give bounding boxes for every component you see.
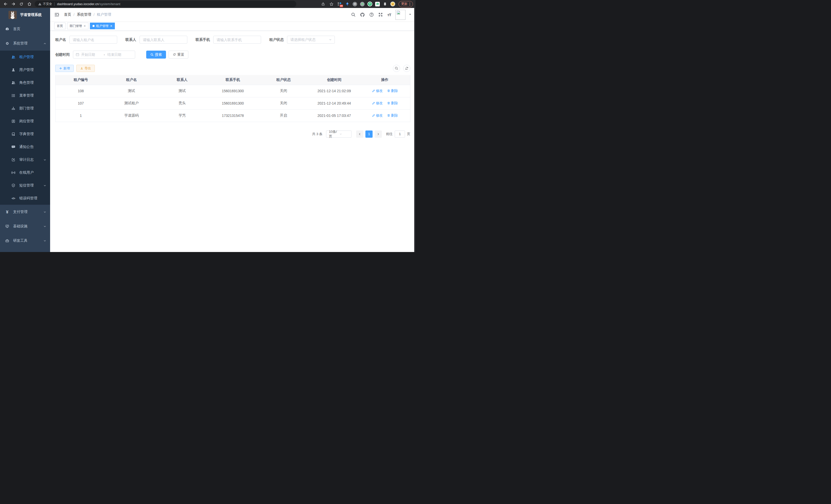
edit-link[interactable]: 修改 (372, 113, 383, 118)
sidebar-item-audit[interactable]: 审计日志 (0, 153, 50, 166)
sidebar-item-label: 支付管理 (13, 210, 28, 214)
next-page-button[interactable] (375, 130, 382, 138)
status-select[interactable]: 请选择租户状态 (287, 36, 335, 44)
sidebar-item-online[interactable]: 在线用户 (0, 166, 50, 179)
table-row: 108测试测试15601691300关闭2021-12-14 21:02:09修… (56, 85, 410, 97)
edit-link[interactable]: 修改 (372, 89, 383, 93)
sidebar-item-errcode[interactable]: </>错误码管理 (0, 192, 50, 205)
security-warning-icon[interactable] (38, 2, 41, 6)
sidebar-item-post[interactable]: 岗位管理 (0, 115, 50, 128)
tools-icon (5, 239, 9, 243)
dept-icon (11, 106, 16, 111)
kebab-menu-icon (409, 2, 410, 6)
filter-input[interactable] (213, 36, 261, 44)
cell-status: 关闭 (258, 97, 309, 110)
browser-update-button[interactable]: 更新 (399, 1, 413, 7)
extension-chat-icon[interactable] (375, 2, 380, 6)
sidebar-item-system[interactable]: 系统管理 (0, 36, 50, 51)
sidebar-item-dict[interactable]: 字典管理 (0, 128, 50, 141)
help-icon[interactable] (369, 12, 374, 17)
github-icon[interactable] (360, 12, 365, 17)
user-avatar[interactable] (396, 10, 405, 20)
font-size-icon[interactable]: ᴛT (387, 12, 391, 17)
goto-label: 前往 (386, 132, 393, 137)
end-date-placeholder: 结束日期 (107, 52, 127, 57)
sidebar-item-home[interactable]: 首页 (0, 22, 50, 36)
breadcrumb-item[interactable]: 首页 (64, 12, 71, 17)
sidebar-item-user[interactable]: 用户管理 (0, 63, 50, 76)
delete-link[interactable]: 删除 (387, 113, 398, 118)
close-icon[interactable]: ✕ (110, 24, 112, 28)
toolbar-row: 新增 导出 (55, 65, 410, 72)
sidebar-item-infra[interactable]: 基础设施 (0, 219, 50, 234)
extension-green-dot-icon[interactable] (360, 2, 365, 6)
edit-icon (372, 114, 375, 117)
chevron-down-icon (43, 210, 47, 214)
notice-icon (11, 145, 16, 149)
prev-page-button[interactable] (356, 130, 363, 138)
tag-首页[interactable]: 首页 (54, 23, 65, 29)
security-label[interactable]: 不安全 (43, 2, 52, 6)
filter-field: 租户名 (55, 36, 117, 44)
sidebar-item-sms[interactable]: 短信管理 (0, 179, 50, 192)
extensions-puzzle-icon[interactable] (382, 2, 388, 6)
filter-input[interactable] (140, 36, 187, 44)
extension-kite-icon[interactable] (345, 2, 350, 6)
show-search-toggle-icon[interactable] (393, 65, 400, 72)
extension-y-icon[interactable]: Y (368, 2, 372, 6)
page-size-select[interactable]: 10条/页 (326, 130, 351, 138)
reload-icon[interactable] (19, 1, 24, 7)
sidebar-item-role[interactable]: 角色管理 (0, 76, 50, 89)
edit-link[interactable]: 修改 (372, 101, 383, 106)
filter-input[interactable] (69, 36, 117, 44)
tenant-icon (11, 55, 16, 59)
share-icon[interactable] (320, 1, 326, 7)
home-icon[interactable] (26, 1, 32, 7)
sidebar-item-notice[interactable]: 通知公告 (0, 141, 50, 153)
address-bar[interactable]: 不安全 dashboard.yudao.iocoder.cn/system/te… (35, 1, 296, 7)
filter-label: 联系手机 (196, 37, 210, 42)
column-header: 联系人 (157, 75, 207, 85)
browser-toolbar: 不安全 dashboard.yudao.iocoder.cn/system/te… (0, 0, 416, 8)
page-number-button[interactable]: 1 (365, 130, 373, 138)
url-text[interactable]: dashboard.yudao.iocoder.cn/system/tenant (57, 2, 120, 6)
sms-icon (11, 183, 16, 187)
cell-name: 芋道源码 (106, 110, 157, 122)
sidebar-item-pay[interactable]: ¥支付管理 (0, 205, 50, 219)
reset-button[interactable]: 重置 (169, 51, 188, 59)
cell-status: 开启 (258, 110, 309, 122)
back-icon[interactable] (3, 1, 8, 7)
sidebar-fold-icon[interactable] (54, 12, 60, 18)
sidebar-item-label: 系统管理 (13, 41, 28, 46)
forward-icon[interactable] (10, 1, 16, 7)
sidebar-logo[interactable]: 芋道管理系统 (0, 8, 50, 22)
refresh-table-icon[interactable] (403, 65, 410, 72)
breadcrumb-item[interactable]: 系统管理 (77, 12, 91, 17)
sidebar-item-menu[interactable]: 菜单管理 (0, 89, 50, 102)
delete-link[interactable]: 删除 (387, 101, 398, 106)
tag-租户管理[interactable]: 租户管理✕ (90, 23, 115, 29)
goto-page-input[interactable] (395, 130, 405, 138)
header-search-icon[interactable] (351, 12, 355, 17)
online-icon (11, 171, 16, 175)
extension-tabs-icon[interactable]: 10 (337, 2, 342, 6)
sidebar-item-tools[interactable]: 研发工具 (0, 234, 50, 248)
tag-部门管理[interactable]: 部门管理✕ (67, 23, 88, 29)
close-icon[interactable]: ✕ (84, 24, 86, 28)
sidebar-item-label: 首页 (13, 27, 20, 31)
export-button[interactable]: 导出 (76, 65, 95, 72)
extension-command-icon[interactable]: ⌘ (352, 2, 357, 6)
add-button[interactable]: 新增 (55, 65, 74, 72)
sidebar-item-tenant[interactable]: 租户管理 (0, 51, 50, 63)
profile-avatar-icon[interactable] (390, 2, 395, 6)
search-button[interactable]: 搜索 (146, 51, 166, 59)
user-icon (11, 68, 16, 72)
cell-contact: 芋艿 (157, 110, 207, 122)
sidebar-item-dept[interactable]: 部门管理 (0, 102, 50, 115)
avatar-caret-icon[interactable] (408, 12, 412, 17)
fullscreen-icon[interactable] (378, 12, 383, 17)
sidebar-item-label: 在线用户 (19, 170, 34, 175)
date-range-picker[interactable]: 开始日期 - 结束日期 (73, 51, 135, 59)
delete-link[interactable]: 删除 (387, 89, 398, 93)
bookmark-star-icon[interactable] (328, 1, 334, 7)
